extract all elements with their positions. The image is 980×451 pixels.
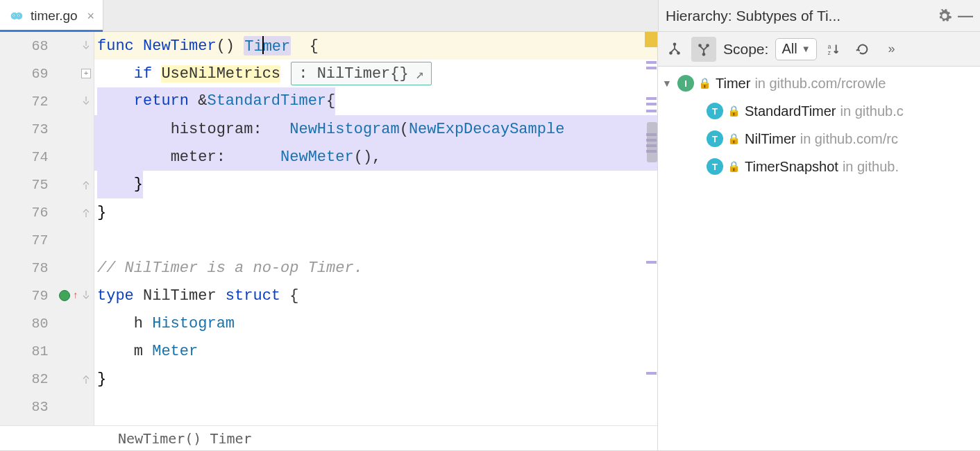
inline-hint[interactable]: : NilTimer{}↗ <box>291 62 431 85</box>
svg-point-5 <box>18 15 19 16</box>
scope-dropdown[interactable]: All ▼ <box>775 38 816 60</box>
line-number: 81 <box>0 343 56 359</box>
scope-label: Scope: <box>723 41 768 58</box>
code-line[interactable]: func NewTimer() Timer { <box>94 32 657 60</box>
marker-stripe[interactable] <box>645 32 657 425</box>
code-area[interactable]: func NewTimer() Timer { if UseNilMetrics… <box>94 32 657 425</box>
type-badge-icon: T <box>707 103 723 119</box>
line-number: 77 <box>0 232 56 248</box>
implemented-icon[interactable] <box>59 290 70 301</box>
fold-region-icon[interactable] <box>81 96 91 106</box>
hierarchy-tree[interactable]: ▼ I 🔒 Timer in github.com/rcrowle T 🔒 St… <box>658 67 980 450</box>
supertypes-button[interactable] <box>662 37 687 62</box>
line-number: 72 <box>0 94 56 110</box>
code-line[interactable]: meter: NewMeter(), <box>94 143 657 171</box>
line-number: 69 <box>0 66 56 82</box>
lock-icon: 🔒 <box>727 160 741 173</box>
svg-point-4 <box>13 15 14 16</box>
line-number: 80 <box>0 316 56 332</box>
svg-point-13 <box>669 51 673 55</box>
code-line[interactable]: // NilTimer is a no-op Timer. <box>94 254 657 282</box>
code-line[interactable]: h Histogram <box>94 309 657 337</box>
hierarchy-header: Hierarchy: Subtypes of Ti... — <box>658 0 980 32</box>
tree-item[interactable]: T 🔒 NilTimer in github.com/rc <box>658 125 980 153</box>
refresh-button[interactable] <box>850 37 875 62</box>
lock-icon: 🔒 <box>698 77 711 90</box>
up-arrow-icon[interactable]: ↑ <box>73 290 78 301</box>
code-line[interactable] <box>94 226 657 254</box>
line-number: 75 <box>0 177 56 193</box>
svg-point-17 <box>706 44 709 47</box>
hierarchy-toolbar: Scope: All ▼ az » <box>658 32 980 67</box>
sort-button[interactable]: az <box>821 37 846 62</box>
svg-text:z: z <box>827 50 830 56</box>
gutter: 68 69+ 72 73 74 75 76 77 78 79↑ 80 81 82… <box>0 32 94 425</box>
analysis-status-icon[interactable] <box>645 32 657 47</box>
line-number: 82 <box>0 371 56 387</box>
code-line[interactable]: } <box>94 365 657 393</box>
code-line[interactable]: return &StandardTimer{ <box>94 87 657 115</box>
code-line[interactable]: } <box>94 198 657 226</box>
fold-region-icon[interactable] <box>81 41 91 51</box>
breadcrumb-text: NewTimer() Timer <box>118 430 252 447</box>
line-number: 74 <box>0 149 56 165</box>
breadcrumb[interactable]: NewTimer() Timer <box>0 425 657 450</box>
go-file-icon <box>10 9 24 23</box>
file-tab-label: timer.go <box>31 8 78 24</box>
svg-point-14 <box>677 51 680 55</box>
tab-close-icon[interactable]: × <box>87 9 95 24</box>
fold-expand-icon[interactable]: + <box>81 69 91 78</box>
scrollbar-thumb[interactable] <box>647 122 657 162</box>
file-tab[interactable]: timer.go × <box>0 0 103 32</box>
chevron-down-icon[interactable]: ▼ <box>662 78 673 89</box>
code-line[interactable] <box>94 393 657 420</box>
svg-text:a: a <box>827 44 831 50</box>
chevron-down-icon: ▼ <box>802 44 811 54</box>
code-line[interactable]: } <box>94 171 657 198</box>
line-number: 83 <box>0 399 56 415</box>
editor[interactable]: 68 69+ 72 73 74 75 76 77 78 79↑ 80 81 82… <box>0 32 657 425</box>
tree-item[interactable]: T 🔒 StandardTimer in github.c <box>658 97 980 125</box>
svg-point-12 <box>673 42 677 46</box>
line-number: 68 <box>0 38 56 54</box>
tree-item[interactable]: T 🔒 TimerSnapshot in github. <box>658 153 980 180</box>
lock-icon: 🔒 <box>727 105 741 117</box>
line-number: 73 <box>0 121 56 137</box>
fold-end-icon[interactable] <box>81 180 91 189</box>
hierarchy-title: Hierarchy: Subtypes of Ti... <box>666 8 931 24</box>
code-line[interactable]: type NilTimer struct { <box>94 282 657 309</box>
type-badge-icon: T <box>707 130 723 147</box>
type-badge-icon: T <box>707 158 723 175</box>
code-line[interactable]: m Meter <box>94 337 657 365</box>
fold-end-icon[interactable] <box>81 374 91 384</box>
minimize-icon[interactable]: — <box>958 7 973 25</box>
svg-point-16 <box>698 44 702 47</box>
fold-region-icon[interactable] <box>81 291 91 300</box>
code-line[interactable]: if UseNilMetrics : NilTimer{}↗ <box>94 60 657 87</box>
svg-point-15 <box>702 53 706 56</box>
more-button[interactable]: » <box>879 37 904 62</box>
subtypes-button[interactable] <box>691 37 716 62</box>
hint-arrow-icon: ↗ <box>416 65 424 83</box>
editor-tab-bar: timer.go × <box>0 0 658 32</box>
line-number: 76 <box>0 205 56 221</box>
fold-end-icon[interactable] <box>81 207 91 217</box>
line-number: 78 <box>0 260 56 276</box>
interface-badge-icon: I <box>677 75 694 92</box>
lock-icon: 🔒 <box>727 133 741 145</box>
code-line[interactable]: histogram: NewHistogram(NewExpDecaySampl… <box>94 115 657 143</box>
line-number: 79 <box>0 288 56 304</box>
tree-root[interactable]: ▼ I 🔒 Timer in github.com/rcrowle <box>658 69 980 97</box>
gear-icon[interactable] <box>937 8 952 24</box>
